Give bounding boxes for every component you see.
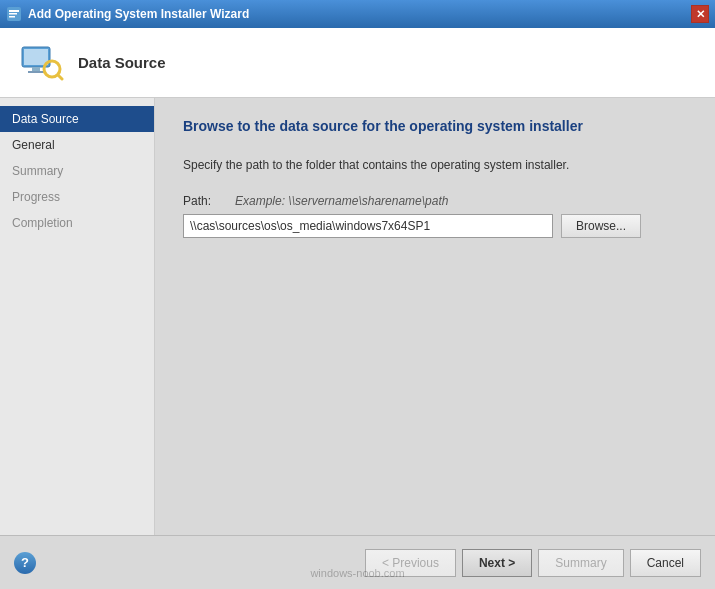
main-layout: Data Source General Summary Progress Com… — [0, 98, 715, 535]
header: Data Source — [0, 28, 715, 98]
summary-button[interactable]: Summary — [538, 549, 623, 577]
svg-rect-5 — [24, 49, 48, 65]
path-input[interactable] — [183, 214, 553, 238]
path-example: Example: \\servername\sharename\path — [235, 194, 448, 208]
svg-rect-7 — [28, 71, 44, 73]
svg-rect-6 — [32, 67, 40, 71]
close-button[interactable]: ✕ — [691, 5, 709, 23]
title-bar-text: Add Operating System Installer Wizard — [28, 7, 249, 21]
sidebar-item-summary[interactable]: Summary — [0, 158, 154, 184]
instruction-text: Specify the path to the folder that cont… — [183, 158, 687, 172]
previous-button[interactable]: < Previous — [365, 549, 456, 577]
help-button[interactable]: ? — [14, 552, 36, 574]
footer-left: ? — [14, 552, 36, 574]
path-label-row: Path: Example: \\servername\sharename\pa… — [183, 194, 687, 208]
title-bar: Add Operating System Installer Wizard ✕ — [0, 0, 715, 28]
sidebar-item-progress[interactable]: Progress — [0, 184, 154, 210]
browse-button[interactable]: Browse... — [561, 214, 641, 238]
svg-rect-2 — [9, 13, 17, 15]
path-input-row: Browse... — [183, 214, 687, 238]
svg-rect-1 — [9, 10, 19, 12]
sidebar-item-data-source[interactable]: Data Source — [0, 106, 154, 132]
content-area: Browse to the data source for the operat… — [155, 98, 715, 535]
sidebar-item-general[interactable]: General — [0, 132, 154, 158]
header-title: Data Source — [78, 54, 166, 71]
path-section: Path: Example: \\servername\sharename\pa… — [183, 194, 687, 238]
sidebar: Data Source General Summary Progress Com… — [0, 98, 155, 535]
sidebar-item-completion[interactable]: Completion — [0, 210, 154, 236]
svg-line-9 — [58, 75, 62, 79]
cancel-button[interactable]: Cancel — [630, 549, 701, 577]
svg-rect-3 — [9, 16, 15, 18]
next-button[interactable]: Next > — [462, 549, 532, 577]
footer-buttons: < Previous Next > Summary Cancel — [365, 549, 701, 577]
wizard-icon — [6, 6, 22, 22]
path-label: Path: — [183, 194, 223, 208]
content-title: Browse to the data source for the operat… — [183, 118, 687, 134]
footer: ? < Previous Next > Summary Cancel — [0, 535, 715, 589]
header-icon — [16, 39, 64, 87]
